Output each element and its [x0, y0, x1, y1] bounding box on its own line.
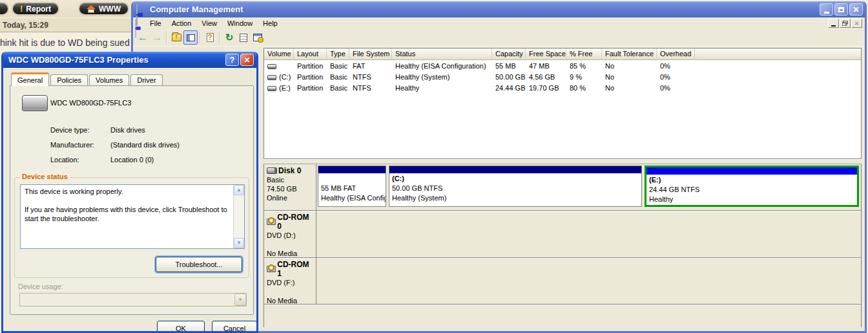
up-folder-icon: ↑ — [172, 34, 181, 41]
header-capacity[interactable]: Capacity — [492, 48, 526, 60]
cdrom0-label-cell[interactable]: CD-ROM 0 DVD (D:) No Media — [264, 211, 316, 257]
graphical-view-filler — [264, 305, 861, 330]
pane-splitter[interactable] — [264, 159, 862, 164]
date-text: Today, 15:29 — [0, 21, 48, 30]
location-label: Location: — [50, 156, 79, 164]
report-button[interactable]: ! Report — [12, 2, 59, 16]
refresh-icon: ↻ — [225, 32, 234, 43]
menu-file[interactable]: File — [145, 18, 167, 28]
location-value: Location 0 (0) — [110, 156, 154, 164]
header-free-space[interactable]: Free Space — [526, 48, 566, 60]
device-status-groupbox: Device status This device is working pro… — [14, 177, 249, 278]
partition-e-selected[interactable]: (E:) 24.44 GB NTFS Healthy — [645, 166, 859, 207]
drive-icon — [267, 75, 276, 80]
properties-button[interactable] — [236, 30, 251, 45]
partition-color-strip — [318, 166, 386, 173]
general-tab-panel: WDC WD800GD-75FLC3 Device type: Disk dri… — [10, 85, 254, 315]
device-status-label: Device status — [20, 173, 70, 180]
refresh-button[interactable]: ↻ — [222, 30, 236, 45]
device-status-textbox[interactable]: This device is working properly. If you … — [20, 184, 245, 249]
device-name: WDC WD800GD-75FLC3 — [50, 99, 131, 107]
console-tree-icon — [187, 34, 195, 41]
cdrom1-label-cell[interactable]: CD-ROM 1 DVD (F:) No Media — [264, 258, 316, 304]
cancel-button[interactable]: Cancel — [212, 321, 257, 333]
back-icon: ← — [138, 32, 148, 43]
minimize-button[interactable] — [820, 3, 833, 16]
header-status[interactable]: Status — [392, 48, 492, 60]
mdi-minimize-button[interactable] — [828, 19, 839, 28]
partition-eisa[interactable]: 55 MB FAT Healthy (EISA Configura — [318, 166, 386, 207]
help-button[interactable]: ? — [203, 30, 217, 45]
ok-button[interactable]: OK — [157, 321, 205, 333]
partition-color-strip — [389, 166, 641, 173]
www-button[interactable]: WWW — [78, 2, 129, 16]
manufacturer-value: (Standard disk drives) — [110, 141, 180, 149]
volume-row-e[interactable]: (E:) Partition Basic NTFS Healthy 24.44 … — [264, 82, 861, 93]
partition-color-strip — [646, 167, 857, 175]
tab-policies[interactable]: Policies — [50, 74, 88, 86]
chevron-down-icon[interactable]: ▼ — [234, 294, 246, 306]
header-overhead[interactable]: Overhead — [657, 48, 695, 60]
forward-button[interactable]: → — [150, 30, 164, 45]
disk0-label-cell[interactable]: Disk 0 Basic 74.50 GB Online — [264, 164, 316, 210]
scroll-down-icon[interactable]: ▼ — [234, 238, 244, 248]
toolbar-separator — [166, 32, 167, 43]
menu-help[interactable]: Help — [258, 18, 283, 28]
device-properties-dialog: WDC WD800GD-75FLC3 Properties ? ✕ Genera… — [1, 52, 258, 333]
header-layout[interactable]: Layout — [294, 48, 327, 60]
scroll-up-icon[interactable]: ▲ — [234, 185, 244, 195]
mdi-close-button[interactable]: × — [851, 19, 862, 28]
header-file-system[interactable]: File System — [349, 48, 392, 60]
volume-list-header: Volume Layout Type File System Status Ca… — [264, 48, 861, 60]
header-type[interactable]: Type — [327, 48, 349, 60]
dialog-title: WDC WD800GD-75FLC3 Properties — [8, 55, 225, 65]
device-usage-label: Device usage: — [18, 283, 63, 290]
close-button[interactable]: ✕ — [849, 3, 863, 16]
window-gear-icon — [253, 34, 262, 41]
back-button[interactable]: ← — [136, 30, 150, 45]
tab-driver[interactable]: Driver — [130, 74, 162, 86]
graphical-view-pane: Disk 0 Basic 74.50 GB Online 55 MB FAT H… — [264, 164, 862, 327]
volume-row-c[interactable]: (C:) Partition Basic NTFS Healthy (Syste… — [264, 71, 861, 82]
cd-rom-icon — [267, 219, 276, 225]
partition-c[interactable]: (C:) 50.00 GB NTFS Healthy (System) — [389, 166, 642, 207]
manufacturer-label: Manufacturer: — [50, 141, 94, 149]
dialog-help-button[interactable]: ? — [225, 54, 239, 66]
report-button-label: Report — [26, 5, 51, 14]
restore-icon — [842, 21, 848, 26]
status-line-1: This device is working properly. — [25, 187, 229, 196]
hard-drive-icon — [22, 95, 48, 111]
header-volume[interactable]: Volume — [264, 48, 294, 60]
home-icon — [87, 5, 96, 13]
troubleshoot-button[interactable]: Troubleshoot... — [156, 257, 242, 272]
menu-action[interactable]: Action — [167, 18, 197, 28]
header-pct-free[interactable]: % Free — [566, 48, 602, 60]
cdrom1-media-area — [316, 258, 861, 304]
menu-view[interactable]: View — [196, 18, 222, 28]
dialog-close-button[interactable]: ✕ — [240, 54, 254, 66]
tab-general[interactable]: General — [11, 72, 49, 86]
volume-list-pane: Volume Layout Type File System Status Ca… — [264, 48, 862, 159]
cdrom1-row: CD-ROM 1 DVD (F:) No Media — [264, 258, 861, 305]
tab-volumes[interactable]: Volumes — [89, 74, 129, 86]
disk-icon — [267, 167, 277, 174]
cdrom0-row: CD-ROM 0 DVD (D:) No Media — [264, 211, 861, 258]
cm-menubar: File Action View Window Help × — [133, 17, 865, 29]
header-fault-tolerance[interactable]: Fault Tolerance — [602, 48, 657, 60]
mdi-restore-button[interactable] — [840, 19, 851, 28]
header-filler — [695, 48, 861, 60]
disk0-media-area: 55 MB FAT Healthy (EISA Configura (C:) 5… — [316, 164, 861, 210]
show-console-tree-button[interactable] — [183, 30, 198, 45]
volume-row-eisa[interactable]: Partition Basic FAT Healthy (EISA Config… — [264, 60, 861, 71]
menu-window[interactable]: Window — [222, 18, 258, 28]
maximize-button[interactable] — [834, 3, 848, 16]
status-scrollbar[interactable]: ▲ ▼ — [233, 185, 244, 248]
up-button[interactable]: ↑ — [0, 2, 9, 16]
dialog-titlebar: WDC WD800GD-75FLC3 Properties ? ✕ — [3, 52, 256, 68]
up-one-level-button[interactable]: ↑ — [169, 30, 183, 45]
device-usage-combobox[interactable]: ▼ — [19, 293, 247, 306]
device-type-value: Disk drives — [110, 126, 145, 134]
new-window-button[interactable] — [251, 30, 265, 45]
up-arrow-icon: ↑ — [0, 5, 1, 14]
cdrom0-media-area — [316, 211, 861, 257]
